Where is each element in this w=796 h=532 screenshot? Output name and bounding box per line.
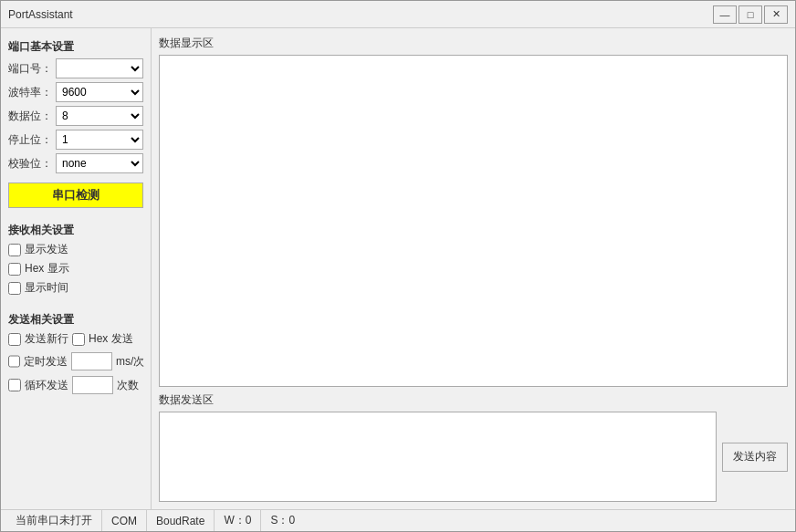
port-row: 端口号： — [8, 58, 143, 78]
send-area-title: 数据发送区 — [159, 392, 788, 408]
port-select[interactable] — [56, 58, 143, 78]
timed-send-row: 定时发送 ms/次 — [8, 352, 143, 370]
port-settings-title: 端口基本设置 — [8, 39, 143, 55]
timed-send-input[interactable] — [71, 352, 112, 370]
minimize-button[interactable]: — — [713, 5, 737, 24]
send-area-wrapper: 发送内容 — [159, 412, 788, 502]
send-settings-section: 发送相关设置 发送新行 Hex 发送 定时发送 ms/次 循环发送 — [8, 308, 143, 400]
data-send-section: 数据发送区 发送内容 — [159, 392, 788, 502]
hex-display-label: Hex 显示 — [25, 261, 69, 276]
data-bits-select[interactable]: 8 — [56, 106, 143, 126]
hex-display-row: Hex 显示 — [8, 261, 143, 276]
data-send-textarea[interactable] — [159, 412, 717, 502]
data-display-section: 数据显示区 — [159, 36, 788, 387]
loop-send-unit: 次数 — [117, 378, 139, 393]
loop-send-input[interactable] — [72, 376, 113, 394]
data-bits-row: 数据位： 8 — [8, 106, 143, 126]
s-status: S：0 — [261, 510, 304, 531]
window-title: PortAssistant — [8, 8, 73, 21]
receive-settings-title: 接收相关设置 — [8, 223, 143, 238]
hex-send-checkbox[interactable] — [72, 333, 85, 346]
show-send-label: 显示发送 — [25, 242, 68, 257]
receive-settings-section: 接收相关设置 显示发送 Hex 显示 显示时间 — [8, 219, 143, 299]
timed-send-label: 定时发送 — [24, 354, 68, 370]
send-newline-label: 发送新行 — [25, 331, 68, 347]
maximize-button[interactable]: □ — [738, 5, 762, 24]
send-content-button[interactable]: 发送内容 — [722, 443, 788, 472]
baud-status: BoudRate — [147, 510, 215, 531]
baud-label: 波特率： — [8, 85, 52, 100]
status-bar: 当前串口未打开 COM BoudRate W：0 S：0 — [1, 509, 795, 531]
hex-send-label: Hex 发送 — [89, 331, 133, 347]
parity-row: 校验位： none — [8, 153, 143, 173]
stop-bits-row: 停止位： 1 — [8, 130, 143, 150]
title-bar: PortAssistant — □ ✕ — [1, 1, 795, 28]
timed-send-unit: ms/次 — [116, 354, 144, 370]
data-bits-label: 数据位： — [8, 109, 52, 124]
show-send-row: 显示发送 — [8, 242, 143, 257]
parity-select[interactable]: none — [56, 153, 143, 173]
timed-send-checkbox[interactable] — [8, 355, 20, 368]
display-area-title: 数据显示区 — [159, 36, 788, 51]
detect-port-button[interactable]: 串口检测 — [8, 183, 143, 208]
main-content: 端口基本设置 端口号： 波特率： 9600 数据位： 8 — [1, 28, 795, 509]
show-time-row: 显示时间 — [8, 280, 143, 296]
send-settings-title: 发送相关设置 — [8, 312, 143, 328]
send-newline-checkbox[interactable] — [8, 333, 21, 346]
right-panel: 数据显示区 数据发送区 发送内容 — [152, 28, 795, 509]
loop-send-checkbox[interactable] — [8, 379, 21, 391]
port-label: 端口号： — [8, 61, 52, 77]
parity-label: 校验位： — [8, 156, 52, 172]
left-panel: 端口基本设置 端口号： 波特率： 9600 数据位： 8 — [1, 28, 152, 509]
com-status: COM — [102, 510, 147, 531]
show-time-checkbox[interactable] — [8, 282, 21, 295]
stop-bits-label: 停止位： — [8, 132, 52, 148]
send-newline-row: 发送新行 Hex 发送 — [8, 331, 143, 347]
port-status: 当前串口未打开 — [6, 510, 102, 531]
main-window: PortAssistant — □ ✕ 端口基本设置 端口号： 波特率： — [0, 0, 796, 532]
show-send-checkbox[interactable] — [8, 244, 21, 256]
baud-row: 波特率： 9600 — [8, 82, 143, 102]
window-controls: — □ ✕ — [713, 5, 788, 24]
data-display-textarea[interactable] — [159, 55, 788, 387]
w-status: W：0 — [215, 510, 261, 531]
close-button[interactable]: ✕ — [764, 5, 788, 24]
hex-display-checkbox[interactable] — [8, 263, 21, 276]
show-time-label: 显示时间 — [25, 280, 68, 296]
port-settings-section: 端口基本设置 端口号： 波特率： 9600 数据位： 8 — [8, 36, 143, 214]
loop-send-label: 循环发送 — [25, 378, 68, 393]
loop-send-row: 循环发送 次数 — [8, 376, 143, 394]
baud-select[interactable]: 9600 — [56, 82, 143, 102]
stop-bits-select[interactable]: 1 — [56, 130, 143, 150]
